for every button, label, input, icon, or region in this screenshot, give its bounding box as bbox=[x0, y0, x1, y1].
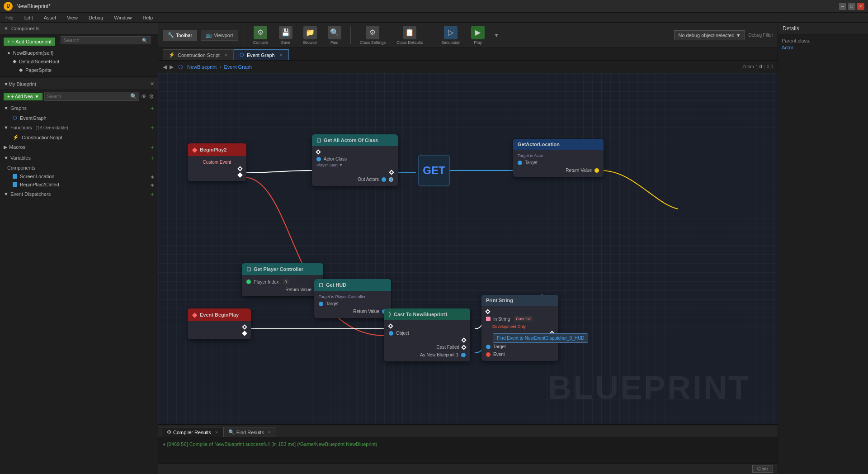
menu-file[interactable]: File bbox=[4, 14, 15, 21]
section-graphs[interactable]: ▼ Graphs + bbox=[0, 103, 158, 114]
maximize-btn[interactable]: □ bbox=[848, 3, 855, 10]
tab-construction-script[interactable]: ⚡ Construction Script ✕ bbox=[163, 49, 234, 60]
cast-as-label: As New Blueprint 1 bbox=[420, 352, 458, 357]
begin-play2-exec-out bbox=[188, 166, 246, 172]
self-label: NewBlueprint(self) bbox=[13, 50, 54, 56]
bc-back-button[interactable]: ◀ bbox=[163, 64, 167, 70]
begin-play2-body: Custom Event bbox=[188, 156, 246, 181]
graph-canvas[interactable]: ◆ BeginPlay2 Custom Event ◻ bbox=[158, 73, 778, 424]
add-graph-button[interactable]: + bbox=[151, 104, 154, 112]
add-ed-button[interactable]: + bbox=[151, 190, 154, 198]
debug-selector[interactable]: No debug object selected ▼ bbox=[674, 30, 745, 40]
constructionscript-icon: ⚡ bbox=[13, 134, 19, 140]
compiler-tab-label: Compiler Results bbox=[173, 430, 211, 435]
node-get-actor-location[interactable]: GetActorLocation Target is Actor Target … bbox=[513, 139, 604, 177]
section-macros[interactable]: ▶ Macros + bbox=[0, 142, 158, 152]
bottom-tabs: ⚙ Compiler Results ✕ 🔍 Find Results ✕ bbox=[158, 425, 778, 437]
menu-window[interactable]: Window bbox=[112, 14, 133, 21]
bp-search-input[interactable] bbox=[47, 94, 130, 99]
node-get-player-controller[interactable]: ◻ Get Player Controller Player Index 0 R… bbox=[242, 263, 323, 296]
tree-item-sceneroot[interactable]: ◆ DefaultSceneRoot bbox=[0, 57, 158, 66]
bp-search-bar: 🔍 bbox=[44, 92, 139, 101]
browse-button[interactable]: 📁 Browse bbox=[300, 24, 321, 47]
out-actors-dot bbox=[382, 177, 386, 182]
compile-button[interactable]: ⚙ Compile bbox=[250, 24, 272, 47]
minimize-btn[interactable]: ─ bbox=[839, 3, 846, 10]
actor-class-dot bbox=[316, 157, 321, 161]
tree-item-self[interactable]: ● NewBlueprint(self) bbox=[0, 49, 158, 57]
bc-graph-name[interactable]: Event Graph bbox=[224, 64, 252, 70]
components-sub-label: Components bbox=[7, 165, 35, 171]
tree-item-beginplay2called[interactable]: BeginPlay2Called ◈ bbox=[0, 180, 158, 189]
eventgraph-icon: ⬡ bbox=[13, 115, 17, 121]
cast-object-label: Object bbox=[396, 331, 409, 336]
bp-search-icon: 🔍 bbox=[130, 93, 137, 100]
section-components[interactable]: Components bbox=[0, 163, 158, 172]
canvas-watermark: BLUEPRINT bbox=[548, 369, 750, 406]
section-functions[interactable]: ▼ Functions (18 Overridable) + bbox=[0, 122, 158, 133]
menu-view[interactable]: View bbox=[65, 14, 80, 21]
clear-button[interactable]: Clear bbox=[752, 465, 773, 473]
tab-viewport[interactable]: 📺 Viewport bbox=[201, 30, 238, 41]
bc-blueprint-name[interactable]: NewBlueprint bbox=[187, 64, 217, 70]
add-function-button[interactable]: + bbox=[151, 124, 154, 131]
section-variables[interactable]: ▼ Variables + bbox=[0, 152, 158, 163]
menu-help[interactable]: Help bbox=[141, 14, 155, 21]
add-variable-button[interactable]: + bbox=[151, 154, 154, 161]
get-hud-target-dot bbox=[319, 302, 323, 306]
add-macro-button[interactable]: + bbox=[151, 143, 154, 151]
close-event-tab[interactable]: ✕ bbox=[279, 53, 283, 57]
bp-settings-icon[interactable]: ⚙ bbox=[149, 93, 154, 100]
menu-debug[interactable]: Debug bbox=[87, 14, 105, 21]
save-button[interactable]: 💾 Save bbox=[275, 24, 296, 47]
tree-item-papersprite[interactable]: ◆ PaperSprite bbox=[0, 66, 158, 74]
out-actors-dot2 bbox=[389, 177, 393, 182]
bp-eye-icon[interactable]: 👁 bbox=[141, 93, 147, 100]
out-actors-pin: Out Actors bbox=[312, 175, 398, 183]
simulation-button[interactable]: ▷ Simulation bbox=[438, 24, 464, 47]
class-defaults-button[interactable]: 📋 Class Defaults bbox=[393, 24, 426, 47]
tab-toolbar[interactable]: 🔧 Toolbar bbox=[163, 30, 197, 41]
bottom-panel: ⚙ Compiler Results ✕ 🔍 Find Results ✕ ● … bbox=[158, 424, 778, 474]
my-blueprint-header: ▼ My Blueprint ✕ bbox=[0, 78, 158, 90]
play-button[interactable]: ▶ Play bbox=[467, 24, 488, 47]
bc-forward-button[interactable]: ▶ bbox=[170, 64, 174, 70]
get-hud-return-label: Return Value bbox=[353, 309, 379, 314]
beginplay2called-icon bbox=[13, 182, 17, 187]
bp-close-icon[interactable]: ✕ bbox=[150, 81, 154, 87]
bottom-tab-find[interactable]: 🔍 Find Results ✕ bbox=[223, 427, 276, 437]
compiler-tab-close[interactable]: ✕ bbox=[215, 430, 218, 435]
tree-item-constructionscript[interactable]: ⚡ ConstructionScript bbox=[0, 133, 158, 142]
tree-item-eventgraph[interactable]: ⬡ EventGraph bbox=[0, 114, 158, 122]
tab-event-graph[interactable]: ⬡ Event Graph ✕ bbox=[234, 49, 289, 60]
find-button[interactable]: 🔍 Find bbox=[324, 24, 345, 47]
play-dropdown-icon[interactable]: ▼ bbox=[492, 32, 501, 38]
separator-1 bbox=[244, 26, 244, 44]
details-content: Parent class: Actor bbox=[778, 34, 868, 54]
bottom-tab-compiler[interactable]: ⚙ Compiler Results ✕ bbox=[162, 427, 223, 437]
find-tab-icon: 🔍 bbox=[228, 429, 235, 435]
node-get-all-actors[interactable]: ◻ Get All Actors Of Class Actor Class Pl… bbox=[312, 134, 398, 186]
class-settings-button[interactable]: ⚙ Class Settings bbox=[356, 24, 390, 47]
node-get-hud[interactable]: ◻ Get HUD Target is Player Controller Ta… bbox=[314, 279, 391, 318]
section-event-dispatchers[interactable]: ▼ Event Dispatchers + bbox=[0, 189, 158, 199]
close-construction-tab[interactable]: ✕ bbox=[224, 53, 228, 57]
get-hud-subtitle: Target is Player Controller bbox=[314, 294, 391, 300]
close-btn[interactable]: ✕ bbox=[857, 3, 864, 10]
node-print-string[interactable]: Print String In String Cast fail Develop… bbox=[481, 295, 558, 361]
components-header: ▼ Components bbox=[0, 23, 158, 34]
node-cast-to-newblueprint[interactable]: ⟩ Cast To NewBlueprint1 Object C bbox=[384, 308, 470, 361]
actor-class-value: Player Start ▼ bbox=[312, 163, 398, 169]
node-event-begin-play[interactable]: ◆ Event BeginPlay bbox=[188, 308, 251, 339]
add-component-button[interactable]: + + Add Component bbox=[4, 38, 55, 46]
component-search-input[interactable] bbox=[64, 38, 142, 43]
node-get[interactable]: GET bbox=[418, 155, 450, 186]
begin-play2-out-pin bbox=[188, 172, 246, 178]
tree-item-screenlocation[interactable]: ScreenLocation ◈ bbox=[0, 172, 158, 180]
menu-edit[interactable]: Edit bbox=[23, 14, 35, 21]
event-begin-play-header: ◆ Event BeginPlay bbox=[188, 308, 251, 321]
menu-asset[interactable]: Asset bbox=[42, 14, 58, 21]
bp-add-new-button[interactable]: + + Add New ▼ bbox=[4, 93, 42, 100]
find-tab-close[interactable]: ✕ bbox=[268, 430, 271, 435]
node-begin-play2[interactable]: ◆ BeginPlay2 Custom Event bbox=[188, 143, 246, 181]
